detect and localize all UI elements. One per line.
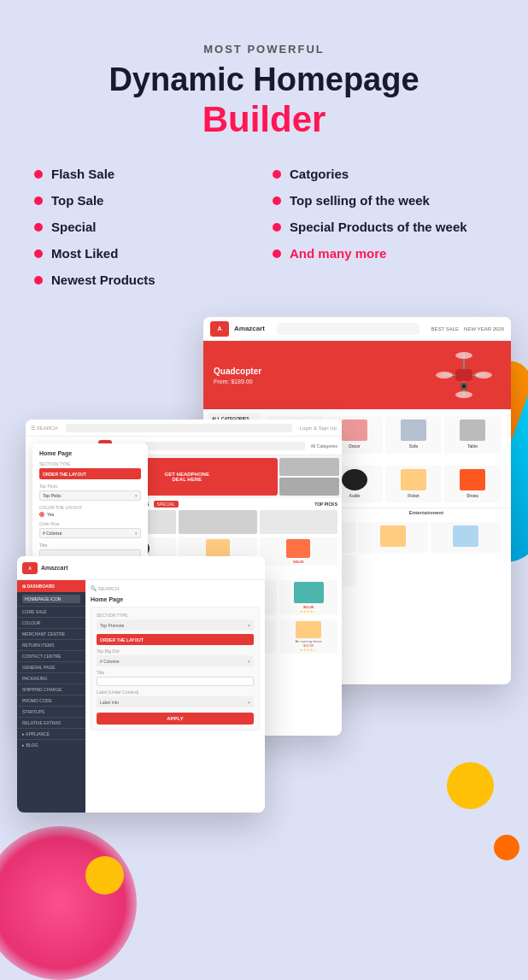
product-name: Audio	[349, 493, 361, 498]
feature-label: Catgories	[290, 167, 349, 181]
form-select-label-under[interactable]: Label Info ▾	[97, 696, 254, 707]
list-item: Newest Products	[34, 273, 255, 287]
drone-illustration	[434, 345, 494, 405]
bullet-icon	[34, 249, 43, 258]
form-select-top-big[interactable]: # Colorize ▾	[97, 655, 254, 666]
amazcart-logo-3: A	[22, 562, 38, 574]
star-rating: ★★★★☆	[300, 648, 317, 652]
svg-point-2	[436, 372, 453, 379]
bullet-icon	[273, 223, 281, 232]
list-item: Top selling of the week	[273, 193, 494, 208]
product-card: Shoes	[444, 466, 501, 502]
sidebar-item-order[interactable]: CORE SALE	[17, 607, 85, 618]
brand-name-3: Amazcart	[41, 565, 68, 571]
svg-point-8	[462, 384, 466, 388]
svg-point-5	[455, 391, 472, 398]
sidebar-item-startups[interactable]: STARTUPS	[17, 707, 85, 718]
bullet-icon	[34, 223, 43, 232]
mock-search-bar	[277, 323, 419, 335]
feature-label: Top Sale	[51, 193, 103, 208]
sidebar-item-general[interactable]: GENERAL PAGE	[17, 662, 85, 673]
feature-label: Most Liked	[51, 246, 118, 261]
feature-label: Special	[51, 220, 97, 234]
product-name: Table	[467, 443, 478, 449]
sidebar-item-dashboard[interactable]: ⊞ DASHBOARD	[17, 580, 85, 592]
product-image	[206, 539, 230, 558]
bullet-icon	[273, 249, 281, 258]
header-title-black: Dynamic Homepage	[26, 62, 502, 98]
brand-logo	[179, 510, 256, 534]
bullet-icon	[34, 276, 43, 285]
sidebar-item-homepage[interactable]: HOMEPAGE ICON	[17, 592, 85, 607]
product-card	[359, 522, 429, 553]
top-picks-label: TOP PICKS	[314, 502, 337, 507]
list-item: Flash Sale	[34, 167, 255, 181]
nav-link: All Categories	[311, 443, 337, 449]
chevron-down-icon-2: ▾	[248, 659, 250, 664]
form-label: COLOR THE LAYOUT	[39, 505, 141, 510]
apply-button-label: APPLY	[167, 716, 183, 721]
product-image	[342, 469, 367, 490]
list-item: Special	[34, 220, 255, 234]
radio-group: Yes	[39, 512, 141, 517]
hero-product-name: Quadcopter	[214, 367, 261, 376]
feature-label: Newest Products	[51, 273, 155, 287]
list-item: Special Products of the week	[273, 220, 494, 234]
form-label-top-big: Top Big Slot	[97, 648, 254, 654]
sidebar-item-appliance[interactable]: ▸ APPLIANCE	[17, 729, 85, 740]
product-card: $55.00 ★★★★☆	[279, 580, 337, 615]
layout-label: ORDER THE LAYOUT	[100, 637, 144, 643]
nav-item: BEST SALE	[431, 326, 460, 332]
chevron-down-icon-3: ▾	[248, 700, 250, 705]
header-title-pink: Builder	[26, 98, 502, 141]
bullet-icon	[34, 197, 43, 205]
form-label: Color Row	[39, 521, 141, 526]
form-select-section[interactable]: Top Promote ▾	[97, 619, 254, 631]
list-item: Top Sale	[34, 193, 255, 208]
sidebar-item-relative[interactable]: RELATIVE EXTRAS	[17, 718, 85, 729]
section-type-value: ORDER THE LAYOUT	[43, 472, 86, 477]
sidebar-item-contact[interactable]: CONTACT CENTRE	[17, 651, 85, 662]
product-name: Robot	[408, 493, 419, 498]
sidebar-item-packaging[interactable]: PACKAGING	[17, 673, 85, 684]
form-label-section-type: SECTION TYPE	[97, 613, 254, 618]
form-select-color[interactable]: # Colorize ▾	[39, 528, 141, 538]
feature-label: Special Products of the week	[290, 220, 467, 234]
form-title: Home Page	[39, 450, 141, 456]
product-card: Table	[444, 416, 501, 454]
sidebar-item-promo[interactable]: PROMO CODE	[17, 695, 85, 707]
product-image	[401, 469, 426, 490]
sidebar-item-blog[interactable]: ▸ BLOG	[17, 740, 85, 750]
radio-label: Yes	[47, 512, 54, 517]
list-item: Catgories	[273, 167, 494, 181]
sidebar-item-merchant[interactable]: MERCHANT CENTRE	[17, 629, 85, 640]
sidebar-item-category[interactable]: COLOUR	[17, 618, 85, 629]
nav-item: NEW YEAR 2026	[464, 326, 504, 332]
features-left-column: Flash Sale Top Sale Special Most Liked N…	[34, 167, 255, 287]
form-label-title: Title	[97, 670, 254, 675]
form-select[interactable]: Top Picks ▾	[39, 490, 141, 501]
select-value: Top Picks	[43, 493, 61, 498]
layout-indicator: ORDER THE LAYOUT	[97, 634, 254, 645]
chevron-down-icon: ▾	[248, 623, 250, 628]
product-card: Air running shoes $24.00 ★★★★☆	[279, 619, 337, 654]
product-image	[286, 539, 310, 558]
sidebar-item-return[interactable]: RETURN ITEMS	[17, 640, 85, 651]
select-section-value: Top Promote	[100, 623, 124, 628]
product-price: $45.00	[293, 560, 303, 564]
bullet-icon	[273, 170, 281, 179]
product-image	[342, 420, 367, 441]
select-value: # Colorize	[43, 531, 62, 536]
form-label-label-under: Label (Under Content)	[97, 690, 254, 695]
select-top-big-value: # Colorize	[100, 659, 120, 664]
form-label: Top Picks	[39, 484, 141, 489]
form-label: Title	[39, 543, 141, 548]
svg-rect-6	[455, 369, 472, 381]
apply-button[interactable]: APPLY	[97, 713, 254, 725]
form-input-title[interactable]	[97, 677, 254, 686]
mock-header: A Amazcart BEST SALE NEW YEAR 2026	[203, 317, 511, 341]
radio-button[interactable]	[39, 512, 44, 517]
sidebar-item-shipping[interactable]: SHIPPING CHARGE	[17, 684, 85, 695]
star-rating: ★★★★☆	[300, 609, 317, 613]
product-image	[296, 621, 321, 638]
